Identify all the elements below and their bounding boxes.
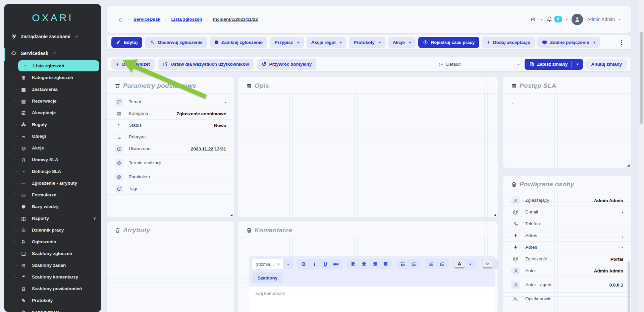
- sidebar-item-szablony-zgloszen[interactable]: ❏Szablony zgłoszeń: [4, 248, 101, 259]
- align-center-button[interactable]: [359, 260, 369, 268]
- sidebar-section-servicedesk[interactable]: Servicedesk: [11, 50, 57, 56]
- panel-komentarze[interactable]: Komentarze (rozmia...× ▾ B I U abe: [238, 222, 498, 312]
- panel-scrollbar[interactable]: [628, 261, 630, 312]
- panel-header: Parametry podstawowe: [107, 77, 234, 93]
- restore-default-button[interactable]: ↺Przywróć domyślny: [257, 59, 316, 70]
- language-selector[interactable]: PL: [531, 17, 537, 22]
- panel-header: Postęp SLA: [503, 77, 631, 93]
- bold-button[interactable]: B: [299, 260, 309, 268]
- numbered-list-button[interactable]: [409, 260, 419, 268]
- align-left-button[interactable]: [348, 260, 359, 268]
- param-label: Termin realizacji: [129, 160, 161, 166]
- chevron-down-icon[interactable]: ▾: [541, 17, 542, 21]
- align-right-button[interactable]: [370, 260, 380, 268]
- bullet-list-button[interactable]: [398, 260, 408, 268]
- font-color-button[interactable]: A: [454, 260, 465, 268]
- edit-button[interactable]: Edytuj: [111, 37, 142, 48]
- panel-powiazane-osoby[interactable]: Powiązane osoby ZgłaszającyAdmin Admin @…: [503, 176, 631, 312]
- sidebar-item-szablony-powiadomien[interactable]: ⊟Szablony powiadomień: [4, 283, 101, 295]
- sidebar-item-konfiguracja[interactable]: ⚙Konfiguracja: [4, 306, 101, 312]
- cancel-changes-button[interactable]: Anuluj zmiany: [586, 59, 627, 70]
- panel-opis[interactable]: Opis ◢: [238, 77, 498, 217]
- actions-dropdown-button[interactable]: Akcje▾: [388, 37, 416, 48]
- delete-widget-trash-icon[interactable]: [115, 228, 120, 233]
- chevron-down-icon[interactable]: ▾: [566, 17, 568, 21]
- delete-widget-trash-icon[interactable]: [511, 182, 517, 187]
- comment-input[interactable]: Twój komentarz: [249, 287, 495, 312]
- strikethrough-button[interactable]: abe: [331, 260, 341, 268]
- sidebar-item-zestawienia[interactable]: ▦Zestawienia: [4, 83, 101, 95]
- indent-button[interactable]: [437, 260, 447, 268]
- add-widget-button[interactable]: +Dodaj widżet: [111, 59, 155, 70]
- font-size-select[interactable]: (rozmia...× ▾: [252, 259, 293, 269]
- param-label: Utworzono: [129, 146, 151, 151]
- panel-atrybuty[interactable]: Atrybuty: [107, 222, 234, 312]
- resize-handle[interactable]: ◢: [230, 213, 232, 216]
- sidebar-item-akcje[interactable]: ◎Akcje: [4, 142, 101, 154]
- sidebar-item-reguly[interactable]: ⁂Reguły: [4, 119, 101, 130]
- highlight-color-button[interactable]: [483, 260, 493, 268]
- chevron-down-icon: ▾: [298, 41, 299, 44]
- sidebar-item-zgloszenie-atrybuty[interactable]: ≔Zgłoszenie - atrybuty: [4, 177, 101, 189]
- sidebar-item-umowy-sla[interactable]: ▯Umowy SLA: [4, 154, 101, 166]
- protocols-dropdown-button[interactable]: Protokoły▾: [349, 37, 385, 48]
- delete-widget-trash-icon[interactable]: [115, 83, 120, 89]
- sidebar-item-bazy-wiedzy[interactable]: ✺Bazy wiedzy: [4, 201, 101, 212]
- assign-dropdown-button[interactable]: Przypisz▾: [270, 37, 304, 48]
- sidebar-item-lista-zgloszen[interactable]: ≡Lista zgłoszeń: [18, 60, 99, 71]
- param-value: Nowe: [214, 123, 226, 128]
- sidebar-item-raporty[interactable]: ◫Raporty∨: [4, 212, 101, 224]
- underline-button[interactable]: U: [320, 260, 330, 268]
- breadcrumb-servicedesk[interactable]: ServiceDesk: [133, 17, 160, 22]
- sidebar-item-protokoly[interactable]: ✎Protokoły: [4, 295, 101, 306]
- page-scrollbar-thumb[interactable]: [640, 32, 643, 124]
- dashboard-view-select[interactable]: ◎ Default ▾: [437, 59, 521, 69]
- sidebar-section-zarzadzanie-zasobami[interactable]: Zarządzanie zasobami: [11, 34, 79, 40]
- sidebar-item-kategorie-zgloszen[interactable]: ⊞Kategorie zgłoszeń: [4, 72, 101, 83]
- justify-button[interactable]: [381, 260, 391, 268]
- observe-ticket-button[interactable]: Obserwuj zgłoszenie: [145, 37, 207, 48]
- sidebar-item-szablony-zadan[interactable]: ⊡Szablony zadań: [4, 259, 101, 271]
- save-changes-button[interactable]: Zapisz zmiany▾: [525, 59, 583, 70]
- sidebar-item-obiegi[interactable]: ∞Obiegi: [4, 130, 101, 142]
- resize-handle[interactable]: ◢: [494, 213, 496, 216]
- notifications[interactable]: 0: [546, 16, 562, 22]
- sidebar-item-ogloszenia[interactable]: ⚐Ogłoszenia: [4, 236, 101, 248]
- chevron-down-icon[interactable]: ▾: [619, 17, 621, 21]
- page-scrollbar-track[interactable]: [639, 0, 644, 312]
- assign-label: Przypisz: [275, 40, 293, 45]
- outdent-button[interactable]: [426, 260, 436, 268]
- chevron-down-icon[interactable]: ▾: [493, 260, 498, 268]
- add-acceptance-button[interactable]: +Dodaj akceptację: [482, 37, 535, 48]
- sidebar-item-formularze[interactable]: ▭Formularze: [4, 189, 101, 201]
- close-ticket-button[interactable]: Zamknij zgłoszenie: [210, 37, 267, 48]
- breadcrumb-lista-zgloszen[interactable]: Lista zgłoszeń: [171, 17, 202, 22]
- chevron-down-icon[interactable]: ▾: [465, 260, 475, 268]
- delete-widget-trash-icon[interactable]: [246, 83, 252, 89]
- avatar[interactable]: [572, 14, 583, 25]
- panel-parametry-podstawowe[interactable]: Parametry podstawowe Temat- KategoriaZgł…: [107, 77, 234, 217]
- set-for-all-users-button[interactable]: Ustaw dla wszystkich użytkowników: [158, 59, 254, 70]
- clear-icon[interactable]: ×: [277, 262, 280, 267]
- chevron-down-icon[interactable]: ▾: [283, 259, 293, 269]
- chevron-down-icon[interactable]: ▾: [577, 62, 578, 66]
- register-time-button[interactable]: Rejestruj czas pracy: [418, 37, 480, 48]
- sidebar-item-rezerwacje[interactable]: ▤Rezerwacje: [4, 95, 101, 107]
- sidebar-item-szablony-komentarzy[interactable]: ❝Szablony komentarzy: [4, 271, 101, 283]
- templates-button[interactable]: Szablony: [252, 272, 283, 283]
- person-icon: [511, 281, 520, 289]
- sidebar-item-dziennik-pracy[interactable]: ☉Dziennik pracy: [4, 224, 101, 236]
- sidebar-item-definicje-sla[interactable]: ◔Definicje SLA: [4, 166, 101, 177]
- sidebar-item-akceptacje[interactable]: ☑Akceptacje: [4, 107, 101, 119]
- resize-handle[interactable]: ◢: [627, 164, 630, 167]
- remote-connection-dropdown-button[interactable]: Zdalne połączenie▾: [537, 37, 600, 48]
- home-icon[interactable]: ⌂: [119, 16, 122, 22]
- more-options-kebab-icon[interactable]: ⋮: [616, 39, 627, 46]
- delete-widget-trash-icon[interactable]: [511, 83, 517, 89]
- user-name[interactable]: Admin Admin: [587, 17, 614, 22]
- delete-widget-trash-icon[interactable]: [246, 228, 252, 233]
- italic-button[interactable]: I: [310, 260, 320, 268]
- panel-postep-sla[interactable]: Postęp SLA - ◢: [503, 77, 631, 168]
- rule-actions-dropdown-button[interactable]: Akcje reguł▾: [307, 37, 346, 48]
- breadcrumb-incident[interactable]: Incident/1/2023/11/22: [213, 17, 258, 22]
